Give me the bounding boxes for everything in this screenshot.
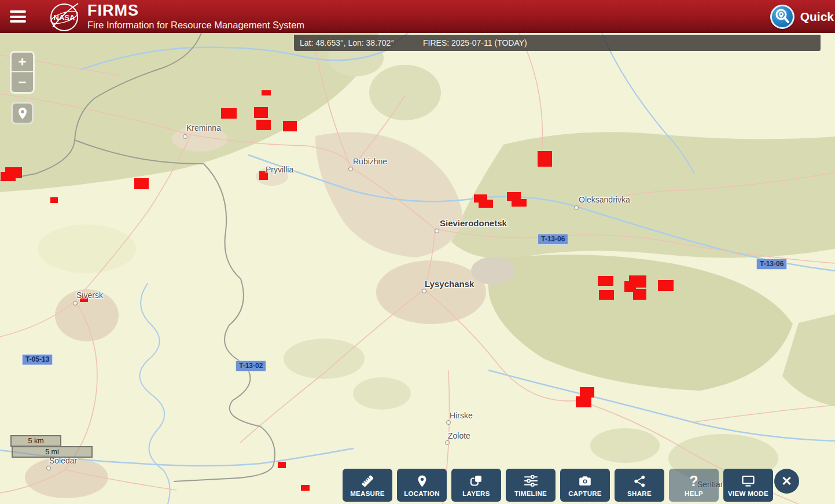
scale-bar-mi: 5 mi <box>12 446 93 458</box>
quick-search-label: Quick <box>800 10 834 24</box>
scale-bar-km: 5 km <box>10 435 61 447</box>
zoom-control: + − <box>10 51 35 94</box>
toolbar-button-layers[interactable]: LAYERS <box>451 469 501 502</box>
monitor-icon <box>741 473 756 488</box>
city-dot <box>422 289 426 293</box>
city-label: Oleksandrivka <box>579 195 630 204</box>
fire-detection[interactable] <box>633 289 646 300</box>
toolbar-button-label: HELP <box>685 490 703 497</box>
road-ref-badge: T-05-13 <box>22 354 53 365</box>
road-ref-badge: T-13-06 <box>538 234 568 245</box>
question-icon: ? <box>689 473 698 488</box>
locate-me-button[interactable] <box>11 102 34 124</box>
fire-detection[interactable] <box>278 462 286 468</box>
city-dot <box>46 466 51 470</box>
toolbar-button-timeline[interactable]: TIMELINE <box>506 469 556 502</box>
fire-detection[interactable] <box>254 107 268 118</box>
city-label: Kreminna <box>186 123 221 133</box>
fire-detection[interactable] <box>262 90 271 95</box>
sliders-icon <box>524 473 538 488</box>
city-dot <box>574 205 579 210</box>
zoom-in-button[interactable]: + <box>12 53 33 72</box>
zoom-out-button[interactable]: − <box>12 72 33 92</box>
close-toolbar-button[interactable]: ✕ <box>774 469 799 494</box>
fires-date-readout: FIRES: 2025-07-11 (TODAY) <box>423 38 527 47</box>
fire-detection[interactable] <box>50 197 58 203</box>
fire-detection[interactable] <box>538 151 552 167</box>
ruler-icon <box>360 473 375 488</box>
toolbar-button-label: LAYERS <box>462 490 490 497</box>
city-dot <box>348 167 353 171</box>
nasa-logo[interactable]: NASA <box>49 2 79 32</box>
app-titles: FIRMS Fire Information for Resource Mana… <box>87 3 304 31</box>
toolbar-button-label: MEASURE <box>350 490 385 497</box>
menu-icon[interactable] <box>10 8 26 25</box>
location-pin-icon <box>16 106 30 120</box>
fire-detection[interactable] <box>221 108 237 119</box>
search-icon[interactable] <box>770 5 794 29</box>
bottom-toolbar: MEASURELOCATIONLAYERSTIMELINECAPTURESHAR… <box>343 469 773 502</box>
toolbar-button-share[interactable]: SHARE <box>615 469 664 502</box>
pin-icon <box>415 473 429 488</box>
app-subtitle: Fire Information for Resource Management… <box>87 20 304 31</box>
city-dot <box>183 134 187 139</box>
road-ref-badge: T-13-06 <box>756 259 787 270</box>
city-label: Lysychansk <box>425 279 474 289</box>
toolbar-button-measure[interactable]: MEASURE <box>343 469 392 502</box>
app-header: NASA FIRMS Fire Information for Resource… <box>0 0 835 33</box>
fire-detection[interactable] <box>479 200 493 208</box>
app-title: FIRMS <box>87 3 304 19</box>
coordinates-readout: Lat: 48.653°, Lon: 38.702° <box>300 38 394 47</box>
fire-detection[interactable] <box>576 396 591 407</box>
fire-detection[interactable] <box>629 275 646 288</box>
fire-detection[interactable] <box>598 276 613 286</box>
toolbar-button-label: TIMELINE <box>514 490 547 497</box>
map-canvas[interactable]: KreminnaRubizhnePryvilliaSievierodonetsk… <box>0 0 835 504</box>
city-dot <box>445 440 450 445</box>
toolbar-button-label: SHARE <box>627 490 652 497</box>
city-label: Hirske <box>450 411 473 420</box>
toolbar-button-label: LOCATION <box>404 490 440 497</box>
fire-detection[interactable] <box>256 120 271 130</box>
city-dot <box>446 420 451 425</box>
map-basemap <box>0 0 835 504</box>
fire-detection[interactable] <box>512 199 527 207</box>
fire-detection[interactable] <box>599 290 614 300</box>
city-dot <box>73 301 78 306</box>
toolbar-button-view-mode[interactable]: VIEW MODE <box>723 469 773 502</box>
fire-detection[interactable] <box>283 121 297 131</box>
fire-detection[interactable] <box>1 172 16 181</box>
quick-search[interactable]: Quick <box>770 5 834 29</box>
share-icon <box>633 473 646 488</box>
map-info-bar: Lat: 48.653°, Lon: 38.702° FIRES: 2025-0… <box>294 35 821 51</box>
toolbar-button-capture[interactable]: CAPTURE <box>560 469 610 502</box>
city-label: Siversk <box>76 290 103 300</box>
fire-detection[interactable] <box>134 178 149 189</box>
toolbar-button-help[interactable]: ?HELP <box>669 469 719 502</box>
city-label: Zolote <box>448 431 470 440</box>
road-ref-badge: T-13-02 <box>236 360 266 371</box>
firms-app: KreminnaRubizhnePryvilliaSievierodonetsk… <box>0 0 835 504</box>
city-dot <box>435 229 439 233</box>
toolbar-button-label: CAPTURE <box>568 490 602 497</box>
toolbar-button-location[interactable]: LOCATION <box>397 469 447 502</box>
layers-icon <box>469 473 483 488</box>
city-label: Pryvillia <box>266 165 293 174</box>
fire-detection[interactable] <box>658 280 674 291</box>
city-label: Rubizhne <box>353 157 387 166</box>
svg-text:NASA: NASA <box>54 13 75 22</box>
city-label: Sievierodonetsk <box>440 218 507 228</box>
fire-detection[interactable] <box>301 485 310 491</box>
toolbar-button-label: VIEW MODE <box>728 490 768 497</box>
camera-icon <box>578 473 592 488</box>
